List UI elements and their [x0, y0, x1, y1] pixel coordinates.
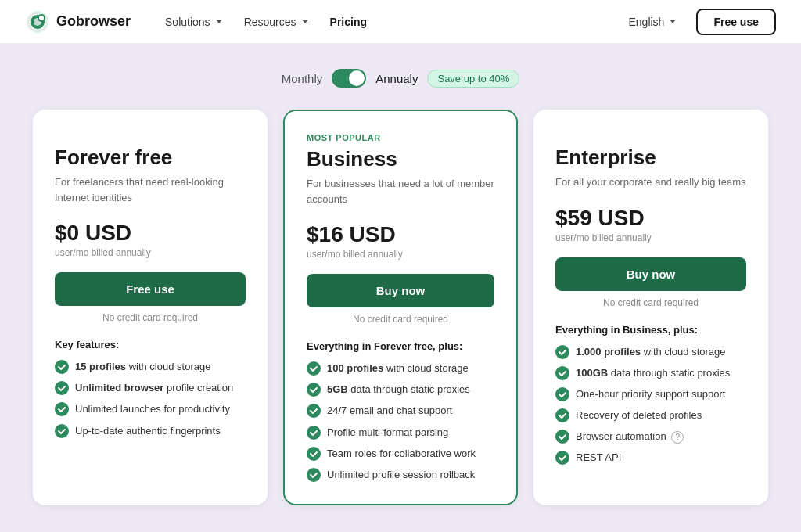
check-icon [555, 430, 569, 444]
svg-point-5 [55, 360, 69, 374]
list-item: Unlimited browser profile creation [55, 381, 246, 395]
plan-enterprise: placeholder Enterprise For all your corp… [533, 110, 768, 505]
plan-price: $0 USD [55, 221, 246, 246]
nav-right: English Free use [620, 9, 776, 35]
free-use-cta-button[interactable]: Free use [55, 272, 246, 306]
svg-point-11 [307, 404, 321, 418]
plan-forever-free: placeholder Forever free For freelancers… [33, 110, 268, 505]
main-content: Monthly Annualy Save up to 40% placehold… [0, 44, 801, 532]
no-credit-card-text: No credit card required [55, 312, 246, 323]
list-item: 24/7 email and chat support [307, 404, 494, 418]
svg-point-18 [555, 408, 569, 422]
features-label: Key features: [55, 339, 246, 350]
check-icon [55, 360, 69, 374]
features-label: Everything in Forever free, plus: [307, 340, 494, 352]
pricing-cards: placeholder Forever free For freelancers… [31, 110, 770, 505]
nav-resources[interactable]: Resources [235, 11, 318, 33]
buy-now-business-button[interactable]: Buy now [307, 274, 494, 307]
svg-point-8 [55, 424, 69, 438]
list-item: One-hour priority support support [555, 387, 746, 401]
svg-point-12 [307, 426, 321, 440]
help-icon[interactable]: ? [671, 431, 684, 444]
monthly-label: Monthly [282, 72, 323, 85]
save-badge: Save up to 40% [427, 70, 519, 88]
svg-point-19 [555, 430, 569, 444]
list-item: Recovery of deleted profiles [555, 408, 746, 422]
check-icon [55, 402, 69, 416]
svg-point-13 [307, 447, 321, 461]
language-selector[interactable]: English [620, 11, 684, 33]
plan-business: MOST POPULAR Business For businesses tha… [283, 110, 518, 505]
chevron-down-icon [670, 20, 676, 23]
svg-point-4 [39, 16, 44, 20]
svg-point-17 [555, 387, 569, 401]
check-icon [555, 451, 569, 465]
list-item: REST API [555, 451, 746, 465]
buy-now-enterprise-button[interactable]: Buy now [555, 257, 746, 291]
check-icon [307, 404, 321, 418]
svg-point-9 [307, 361, 321, 376]
price-subtitle: user/mo billed annually [307, 249, 494, 260]
no-credit-card-text: No credit card required [555, 297, 746, 308]
most-popular-label: MOST POPULAR [307, 133, 494, 142]
list-item: Team roles for collaborative work [307, 447, 494, 461]
feature-list: 1.000 profiles with cloud storage 100GB … [555, 345, 746, 466]
plan-price: $16 USD [307, 222, 494, 247]
list-item: 1.000 profiles with cloud storage [555, 345, 746, 359]
plan-description: For freelancers that need real-looking I… [55, 174, 246, 205]
features-label: Everything in Business, plus: [555, 324, 746, 336]
feature-list: 15 profiles with cloud storage Unlimited… [55, 360, 246, 438]
nav-free-use-button[interactable]: Free use [696, 9, 776, 35]
check-icon [555, 345, 569, 359]
logo-icon [25, 9, 50, 34]
svg-point-16 [555, 366, 569, 380]
svg-point-14 [307, 468, 321, 482]
plan-description: For businesses that need a lot of member… [307, 176, 494, 207]
list-item: Up-to-date authentic fingerprints [55, 424, 246, 438]
list-item: 100GB data through static proxies [555, 366, 746, 380]
plan-price: $59 USD [555, 206, 746, 231]
svg-point-20 [555, 451, 569, 465]
check-icon [55, 424, 69, 438]
check-icon [555, 387, 569, 401]
check-icon [307, 447, 321, 461]
plan-name: Enterprise [555, 146, 746, 170]
svg-point-6 [55, 381, 69, 395]
plan-name: Forever free [55, 146, 246, 170]
svg-point-15 [555, 345, 569, 359]
list-item: Unlimited profile session rollback [307, 468, 494, 482]
check-icon [555, 366, 569, 380]
toggle-thumb [349, 70, 365, 86]
list-item: 5GB data through static proxies [307, 383, 494, 397]
plan-description: For all your corporate and really big te… [555, 174, 746, 190]
svg-point-7 [55, 402, 69, 416]
nav-pricing[interactable]: Pricing [321, 11, 376, 33]
chevron-down-icon [216, 20, 222, 23]
check-icon [307, 468, 321, 482]
list-item: 100 profiles with cloud storage [307, 361, 494, 376]
plan-name: Business [307, 147, 494, 171]
svg-point-10 [307, 383, 321, 397]
list-item: Browser automation ? [555, 430, 746, 444]
check-icon [555, 408, 569, 422]
check-icon [307, 361, 321, 376]
annual-label: Annualy [375, 72, 418, 85]
check-icon [55, 381, 69, 395]
price-subtitle: user/mo billed annually [55, 247, 246, 258]
check-icon [307, 383, 321, 397]
list-item: 15 profiles with cloud storage [55, 360, 246, 374]
no-credit-card-text: No credit card required [307, 314, 494, 325]
nav-solutions[interactable]: Solutions [156, 11, 232, 33]
billing-toggle: Monthly Annualy Save up to 40% [31, 69, 770, 88]
navbar: Gobrowser Solutions Resources Pricing En… [0, 0, 801, 44]
list-item: Profile multi-format parsing [307, 426, 494, 440]
chevron-down-icon [302, 20, 308, 23]
logo[interactable]: Gobrowser [25, 9, 131, 34]
nav-links: Solutions Resources Pricing [156, 11, 620, 33]
billing-toggle-switch[interactable] [332, 69, 366, 88]
logo-text: Gobrowser [56, 13, 131, 30]
price-subtitle: user/mo billed annually [555, 232, 746, 243]
feature-list: 100 profiles with cloud storage 5GB data… [307, 361, 494, 482]
check-icon [307, 426, 321, 440]
list-item: Unlimited launches for productivity [55, 402, 246, 416]
